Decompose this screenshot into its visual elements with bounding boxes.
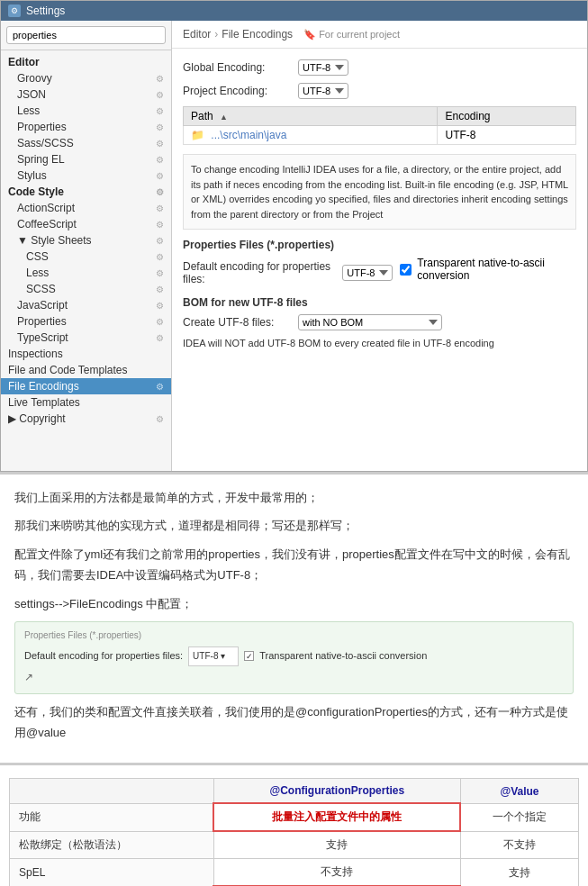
gear-icon: ⚙: [156, 268, 164, 278]
settings-window-icon: ⚙: [8, 5, 21, 17]
comparison-table: @ConfigurationProperties @Value 功能 批量注入配…: [9, 778, 579, 886]
gear-icon: ⚙: [156, 187, 164, 197]
table-row: 功能 批量注入配置文件中的属性 一个个指定: [10, 803, 579, 831]
project-encoding-row: Project Encoding: UTF-8: [183, 83, 576, 99]
encoding-table: Path ▲ Encoding 📁 ...\src\main\java: [183, 106, 576, 145]
article-para-1: 我们上面采用的方法都是最简单的方式，开发中最常用的；: [14, 487, 574, 508]
snippet-select: UTF-8 ▾: [188, 646, 239, 666]
article-para-2: 那我们来唠唠其他的实现方式，道理都是相同得；写还是那样写；: [14, 515, 574, 536]
global-encoding-row: Global Encoding: UTF-8: [183, 59, 576, 76]
transparent-label: Transparent native-to-ascii conversion: [417, 257, 576, 282]
value-cell: 支持: [460, 859, 578, 886]
settings-main: Editor › File Encodings 🔖 For current pr…: [172, 21, 587, 471]
article-section: 我们上面采用的方法都是最简单的方式，开发中最常用的； 那我们来唠唠其他的实现方式…: [0, 472, 588, 763]
bom-note: IDEA will NOT add UTF-8 BOM to every cre…: [183, 338, 576, 348]
sort-arrow-icon: ▲: [220, 113, 228, 122]
gear-icon: ⚙: [156, 317, 164, 327]
sidebar-item-less2[interactable]: Less ⚙: [1, 265, 171, 281]
sidebar-item-css[interactable]: CSS ⚙: [1, 249, 171, 265]
project-encoding-label: Project Encoding:: [183, 85, 291, 97]
sidebar-item-stylus[interactable]: Stylus ⚙: [1, 167, 171, 184]
bom-create-select[interactable]: with NO BOM: [298, 314, 442, 330]
encoding-cell: UTF-8: [438, 126, 576, 145]
props-encoding-row: Default encoding for properties files: U…: [183, 257, 576, 289]
gear-icon: ⚙: [156, 220, 164, 230]
gear-icon: ⚙: [156, 382, 164, 392]
feature-cell: 松散绑定（松散语法）: [10, 831, 214, 859]
folder-icon: 📁: [191, 129, 204, 141]
transparent-checkbox[interactable]: [400, 264, 412, 276]
gear-icon: ⚙: [156, 301, 164, 311]
snippet-cursor: ↗: [24, 668, 564, 688]
project-encoding-select[interactable]: UTF-8: [298, 83, 348, 99]
col-config-props: @ConfigurationProperties: [213, 779, 460, 804]
config-cell: 批量注入配置文件中的属性: [213, 803, 460, 831]
sidebar-item-less[interactable]: Less ⚙: [1, 103, 171, 119]
breadcrumb: Editor › File Encodings 🔖 For current pr…: [172, 21, 587, 49]
transparent-checkbox-row[interactable]: Transparent native-to-ascii conversion: [400, 257, 576, 282]
sidebar-item-file-code-templates[interactable]: File and Code Templates: [1, 362, 171, 378]
value-cell: 一个个指定: [460, 803, 578, 831]
article-para-3: 配置文件除了yml还有我们之前常用的properties，我们没有讲，prope…: [14, 544, 574, 586]
settings-content: Global Encoding: UTF-8 Project Encoding:…: [172, 49, 587, 359]
sidebar-item-json[interactable]: JSON ⚙: [1, 86, 171, 103]
gear-icon: ⚙: [156, 74, 164, 84]
sidebar-item-properties[interactable]: Properties ⚙: [1, 119, 171, 135]
sidebar-item-groovy[interactable]: Groovy ⚙: [1, 70, 171, 86]
breadcrumb-parent: Editor: [183, 28, 211, 41]
col-value-annotation: @Value: [460, 779, 578, 804]
gear-icon: ⚙: [156, 236, 164, 246]
col-path: Path ▲: [184, 107, 438, 126]
feature-cell: SpEL: [10, 859, 214, 886]
props-section-label: Properties Files (*.properties): [183, 239, 576, 251]
bom-section-label: BOM for new UTF-8 files: [183, 296, 576, 309]
sidebar-item-file-encodings[interactable]: File Encodings ⚙: [1, 378, 171, 394]
snippet-checkbox: [244, 651, 254, 661]
gear-icon: ⚙: [156, 139, 164, 149]
sidebar-item-sass[interactable]: Sass/SCSS ⚙: [1, 135, 171, 151]
col-encoding: Encoding: [438, 107, 576, 126]
value-cell: 不支持: [460, 831, 578, 859]
path-cell: 📁 ...\src\main\java: [184, 126, 438, 145]
article-para-4: settings-->FileEncodings 中配置；: [14, 593, 574, 614]
sidebar-item-spring-el[interactable]: Spring EL ⚙: [1, 151, 171, 167]
info-text: To change encoding IntelliJ IDEA uses fo…: [183, 154, 576, 230]
settings-sidebar: Editor Groovy ⚙ JSON ⚙ Less ⚙ Properties…: [1, 21, 172, 471]
snippet-line2-label: Transparent native-to-ascii conversion: [259, 647, 427, 665]
gear-icon: ⚙: [156, 106, 164, 116]
article-para-5: 还有，我们的类和配置文件直接关联着，我们使用的是@configurationPr…: [14, 701, 574, 744]
sidebar-item-typescript[interactable]: TypeScript ⚙: [1, 330, 171, 346]
sidebar-item-copyright[interactable]: ▶ Copyright ⚙: [1, 411, 171, 427]
sidebar-tree: Editor Groovy ⚙ JSON ⚙ Less ⚙ Properties…: [1, 50, 171, 471]
col-feature: [10, 779, 214, 804]
sidebar-item-actionscript[interactable]: ActionScript ⚙: [1, 200, 171, 216]
sidebar-item-inspections[interactable]: Inspections: [1, 346, 171, 362]
bom-create-row: Create UTF-8 files: with NO BOM: [183, 314, 576, 330]
table-row: 📁 ...\src\main\java UTF-8: [184, 126, 576, 145]
props-encoding-select[interactable]: UTF-8: [342, 265, 393, 281]
config-cell: 不支持: [213, 859, 460, 886]
sidebar-item-properties2[interactable]: Properties ⚙: [1, 313, 171, 330]
sidebar-item-code-style[interactable]: Code Style ⚙: [1, 184, 171, 200]
sidebar-item-style-sheets[interactable]: ▼ Style Sheets ⚙: [1, 232, 171, 249]
bom-create-label: Create UTF-8 files:: [183, 316, 291, 329]
sidebar-item-coffeescript[interactable]: CoffeeScript ⚙: [1, 216, 171, 232]
sidebar-item-editor[interactable]: Editor: [1, 54, 171, 70]
props-encoding-label: Default encoding for properties files:: [183, 260, 335, 285]
comparison-section: @ConfigurationProperties @Value 功能 批量注入配…: [0, 763, 588, 886]
sidebar-item-scss[interactable]: SCSS ⚙: [1, 281, 171, 297]
snippet-line1: Default encoding for properties files: U…: [24, 646, 564, 666]
gear-icon: ⚙: [156, 414, 164, 424]
sidebar-item-live-templates[interactable]: Live Templates: [1, 394, 171, 411]
gear-icon: ⚙: [156, 333, 164, 343]
feature-cell: 功能: [10, 803, 214, 831]
sidebar-search-area: [1, 21, 171, 50]
sidebar-search-input[interactable]: [6, 26, 166, 44]
breadcrumb-separator: ›: [214, 28, 218, 41]
settings-title: Settings: [26, 5, 65, 17]
gear-icon: ⚙: [156, 155, 164, 165]
global-encoding-label: Global Encoding:: [183, 61, 291, 74]
gear-icon: ⚙: [156, 90, 164, 100]
global-encoding-select[interactable]: UTF-8: [298, 59, 348, 76]
sidebar-item-javascript[interactable]: JavaScript ⚙: [1, 297, 171, 313]
